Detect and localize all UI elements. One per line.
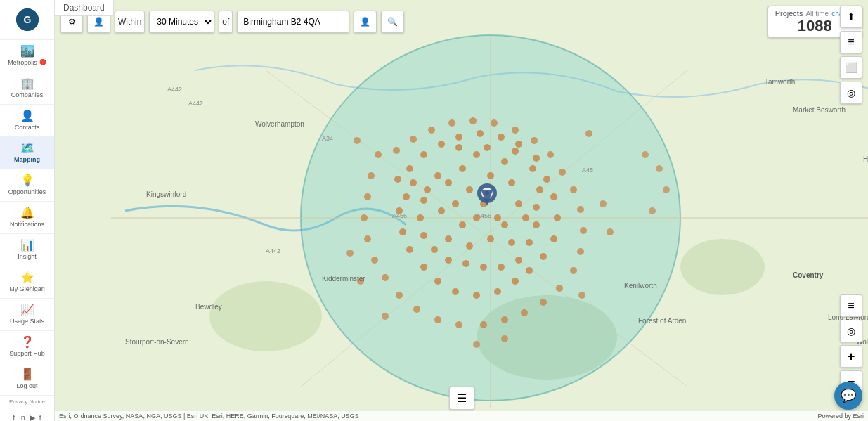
svg-point-88 <box>501 316 508 323</box>
twitter-icon[interactable]: t <box>39 413 41 421</box>
map-svg: A34 A45 A456 A456 A442 A442 Wolverhampto… <box>55 0 868 421</box>
frame-icon: ⬜ <box>846 62 857 73</box>
facebook-icon[interactable]: f <box>13 413 15 421</box>
svg-point-85 <box>434 316 441 323</box>
svg-point-59 <box>494 288 501 295</box>
frame-button[interactable]: ⬜ <box>840 56 862 79</box>
svg-point-83 <box>396 292 403 299</box>
share-button[interactable]: ⬆ <box>840 6 862 28</box>
svg-point-31 <box>424 186 431 193</box>
insight-label: Insight <box>18 253 37 261</box>
sidebar-item-log-out[interactable]: 🚪 Log out <box>0 363 54 396</box>
search-icon: 🔍 <box>387 17 398 27</box>
zoom-in-icon: + <box>848 349 855 364</box>
svg-point-57 <box>452 288 459 295</box>
svg-point-14 <box>445 179 452 186</box>
svg-text:Bewdley: Bewdley <box>195 303 222 311</box>
notifications-label: Notifications <box>10 221 44 228</box>
within-select[interactable]: 30 Minutes 15 Minutes 45 Minutes 60 Minu… <box>149 11 214 33</box>
svg-point-87 <box>480 321 487 328</box>
zoom-in-button[interactable]: + <box>840 345 862 368</box>
sidebar-item-insight[interactable]: 📊 Insight <box>0 234 54 266</box>
svg-point-3 <box>209 281 322 351</box>
svg-point-91 <box>556 285 563 292</box>
svg-point-120 <box>642 151 649 158</box>
svg-point-27 <box>445 235 452 242</box>
sidebar-item-support-hub[interactable]: ❓ Support Hub <box>0 331 54 363</box>
svg-point-79 <box>361 214 368 221</box>
sidebar-bottom: Privacy Notice f in ▶ t ◀ Icon View <box>0 396 54 421</box>
youtube-icon[interactable]: ▶ <box>30 413 35 421</box>
svg-point-66 <box>543 176 550 183</box>
metropolis-icon: 🏙️ <box>20 46 34 57</box>
svg-point-119 <box>656 165 663 172</box>
svg-point-42 <box>498 264 505 271</box>
svg-point-28 <box>522 214 529 221</box>
svg-text:Coventry: Coventry <box>793 271 824 279</box>
svg-point-53 <box>399 228 406 235</box>
layers2-icon: ≡ <box>848 299 854 312</box>
svg-point-20 <box>494 214 501 221</box>
svg-point-89 <box>521 309 528 316</box>
sidebar-item-usage-stats[interactable]: 📈 Usage Stats <box>0 299 54 331</box>
svg-text:Kenilworth: Kenilworth <box>624 282 657 290</box>
svg-point-5 <box>680 239 765 295</box>
sidebar-item-opportunities[interactable]: 💡 Opportunities <box>0 169 54 202</box>
attribution-esri: Powered by Esri <box>817 413 864 420</box>
chat-icon: 💬 <box>841 388 856 403</box>
list-button[interactable]: ☰ <box>449 387 474 410</box>
contacts-label: Contacts <box>15 124 40 131</box>
privacy-notice[interactable]: Privacy Notice <box>0 396 54 408</box>
svg-point-117 <box>649 207 656 214</box>
svg-point-80 <box>364 235 371 242</box>
notifications-icon: 🔔 <box>20 207 34 219</box>
logo[interactable]: G <box>16 8 39 31</box>
sidebar-item-mapping[interactable]: 🗺️ Mapping <box>0 137 54 169</box>
all-time-label: All time <box>805 10 829 18</box>
map-area[interactable]: Dashboard ⚙ 👤 Within 30 Minutes 15 Minut… <box>55 0 868 421</box>
location-input[interactable] <box>237 11 349 33</box>
svg-text:A442: A442 <box>188 100 203 107</box>
sidebar-item-metropolis[interactable]: 🏙️ Metropolis 🔴 <box>0 40 54 72</box>
layers2-button[interactable]: ≡ <box>840 294 862 317</box>
svg-point-76 <box>375 151 382 158</box>
linkedin-icon[interactable]: in <box>19 413 25 421</box>
svg-text:A442: A442 <box>266 247 280 254</box>
svg-point-36 <box>529 165 536 172</box>
svg-point-103 <box>448 119 455 127</box>
svg-point-105 <box>410 136 417 143</box>
search-person-button[interactable]: 👤 <box>354 11 377 33</box>
sidebar-item-companies[interactable]: 🏢 Companies <box>0 72 54 105</box>
filter-icon: ⚙ <box>68 17 76 27</box>
svg-point-38 <box>533 204 540 211</box>
layers-button[interactable]: ≡ <box>840 31 862 53</box>
svg-point-60 <box>512 278 519 285</box>
sidebar-item-contacts[interactable]: 👤 Contacts <box>0 105 54 137</box>
svg-point-24 <box>459 221 466 228</box>
right-toolbar: ⬆ ≡ ⬜ ◎ <box>840 6 862 104</box>
search-button[interactable]: 🔍 <box>381 11 404 33</box>
svg-point-50 <box>410 179 417 186</box>
toolbar: ⚙ 👤 Within 30 Minutes 15 Minutes 45 Minu… <box>60 6 862 38</box>
svg-point-43 <box>480 264 487 271</box>
svg-text:Market Bosworth: Market Bosworth <box>793 106 846 114</box>
svg-point-124 <box>485 191 489 195</box>
svg-text:Kidderminster: Kidderminster <box>322 275 365 283</box>
target-button[interactable]: ◎ <box>840 82 862 104</box>
opportunities-icon: 💡 <box>20 175 34 186</box>
attribution-text: Esri, Ordnance Survey, NASA, NGA, USGS |… <box>59 413 359 420</box>
dashboard-tab[interactable]: Dashboard <box>55 0 114 16</box>
chat-button[interactable]: 💬 <box>834 382 862 410</box>
sidebar-item-notifications[interactable]: 🔔 Notifications <box>0 202 54 234</box>
svg-point-71 <box>455 134 462 141</box>
share-icon: ⬆ <box>847 11 855 22</box>
svg-point-82 <box>382 274 389 281</box>
svg-point-108 <box>600 200 607 207</box>
support-hub-label: Support Hub <box>9 350 45 358</box>
svg-point-46 <box>431 246 438 253</box>
sidebar-item-my-glenigan[interactable]: ⭐ My Glenigan <box>0 266 54 299</box>
svg-point-58 <box>473 292 480 299</box>
my-location-button[interactable]: ◎ <box>840 320 862 342</box>
social-links: f in ▶ t <box>0 408 54 421</box>
svg-point-37 <box>536 186 543 193</box>
